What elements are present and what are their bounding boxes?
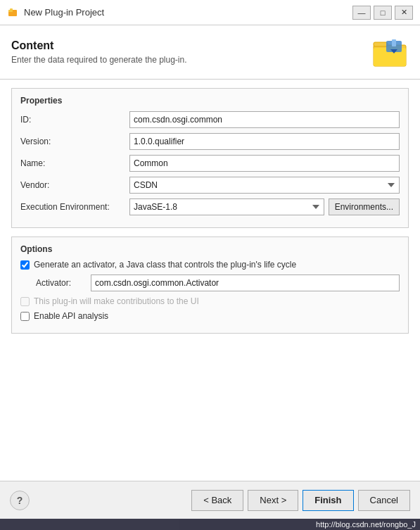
activator-row: Activator:: [20, 275, 400, 291]
exec-env-label: Execution Environment:: [20, 202, 129, 212]
exec-env-select[interactable]: JavaSE-1.8: [129, 198, 324, 215]
options-group-label: Options: [20, 244, 400, 254]
api-analysis-checkbox[interactable]: [20, 312, 30, 321]
name-label: Name:: [20, 158, 129, 168]
vendor-control-wrap: CSDN: [129, 177, 400, 194]
close-button[interactable]: ✕: [395, 6, 413, 20]
minimize-button[interactable]: —: [352, 6, 371, 20]
version-input[interactable]: [129, 133, 400, 150]
id-label: ID:: [20, 115, 129, 125]
vendor-select[interactable]: CSDN: [129, 177, 400, 194]
back-button[interactable]: < Back: [191, 490, 243, 511]
watermark-text: http://blog.csdn.net/rongbo_J: [316, 520, 416, 529]
svg-rect-8: [392, 39, 396, 46]
api-analysis-row: Enable API analysis: [20, 311, 400, 321]
vendor-row: Vendor: CSDN: [20, 177, 400, 194]
header-subtitle: Enter the data required to generate the …: [11, 55, 372, 65]
generate-activator-row: Generate an activator, a Java class that…: [20, 260, 400, 270]
activator-label: Activator:: [36, 278, 91, 288]
header-section: Content Enter the data required to gener…: [0, 25, 420, 80]
environments-button[interactable]: Environments...: [329, 198, 400, 215]
cancel-button[interactable]: Cancel: [358, 490, 410, 511]
api-analysis-label: Enable API analysis: [34, 311, 108, 321]
window-title: New Plug-in Project: [24, 7, 352, 18]
id-input[interactable]: [129, 111, 400, 128]
svg-rect-4: [374, 42, 388, 46]
version-label: Version:: [20, 137, 129, 146]
maximize-button[interactable]: □: [374, 6, 392, 20]
footer-buttons: < Back Next > Finish Cancel: [191, 490, 410, 511]
footer: ? < Back Next > Finish Cancel: [0, 481, 420, 519]
title-bar: New Plug-in Project — □ ✕: [0, 0, 420, 25]
header-text: Content Enter the data required to gener…: [11, 39, 372, 65]
properties-group: Properties ID: Version: Name: Vendor:: [11, 88, 409, 228]
window-icon: [7, 6, 20, 19]
exec-env-control-wrap: JavaSE-1.8 Environments...: [129, 198, 400, 215]
watermark: http://blog.csdn.net/rongbo_J: [0, 519, 420, 530]
generate-activator-checkbox[interactable]: [20, 260, 30, 270]
id-control-wrap: [129, 111, 400, 128]
header-icon: [372, 35, 409, 69]
properties-group-label: Properties: [20, 96, 400, 106]
svg-rect-2: [10, 8, 13, 11]
window-controls: — □ ✕: [352, 6, 413, 20]
vendor-label: Vendor:: [20, 180, 129, 190]
generate-activator-label: Generate an activator, a Java class that…: [34, 260, 296, 270]
version-control-wrap: [129, 133, 400, 150]
name-row: Name:: [20, 155, 400, 172]
exec-env-row: Execution Environment: JavaSE-1.8 Enviro…: [20, 198, 400, 215]
finish-button[interactable]: Finish: [303, 490, 353, 511]
name-input[interactable]: [129, 155, 400, 172]
ui-contributions-label: This plug-in will make contributions to …: [34, 296, 199, 306]
ui-contributions-row: This plug-in will make contributions to …: [20, 296, 400, 306]
next-button[interactable]: Next >: [248, 490, 298, 511]
header-title: Content: [11, 39, 372, 52]
ui-contributions-checkbox[interactable]: [20, 297, 30, 306]
id-row: ID:: [20, 111, 400, 128]
options-group: Options Generate an activator, a Java cl…: [11, 236, 409, 334]
name-control-wrap: [129, 155, 400, 172]
version-row: Version:: [20, 133, 400, 150]
help-button[interactable]: ?: [10, 491, 30, 510]
activator-input[interactable]: [91, 275, 400, 291]
main-content: Properties ID: Version: Name: Vendor:: [0, 80, 420, 481]
